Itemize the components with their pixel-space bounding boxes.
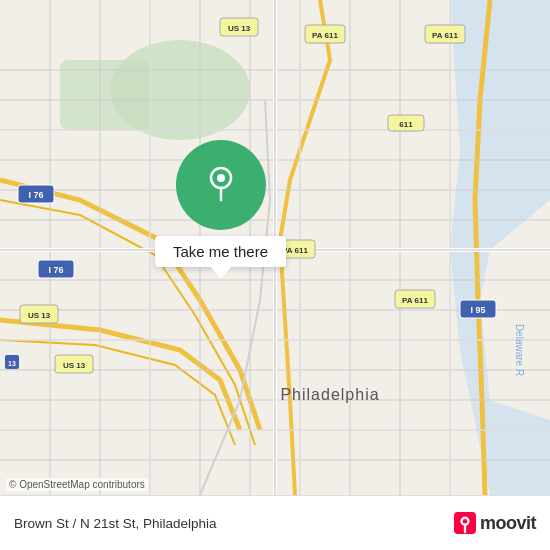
svg-text:PA 611: PA 611 bbox=[312, 31, 338, 40]
svg-text:I 95: I 95 bbox=[470, 305, 485, 315]
svg-text:Philadelphia: Philadelphia bbox=[280, 386, 379, 403]
map-container: I 76 I 76 US 13 US 13 13 PA 611 PA 611 6… bbox=[0, 0, 550, 495]
svg-text:611: 611 bbox=[399, 120, 413, 129]
svg-text:PA 611: PA 611 bbox=[432, 31, 458, 40]
svg-point-56 bbox=[463, 519, 468, 524]
svg-point-53 bbox=[217, 174, 225, 182]
moovit-logo: moovit bbox=[454, 512, 536, 534]
popup-arrow bbox=[211, 267, 231, 279]
svg-text:13: 13 bbox=[8, 360, 16, 367]
svg-text:PA 611: PA 611 bbox=[402, 296, 428, 305]
popup-container[interactable]: Take me there bbox=[155, 140, 286, 279]
svg-text:US 13: US 13 bbox=[28, 311, 51, 320]
moovit-logo-icon bbox=[454, 512, 476, 534]
location-pin-icon bbox=[201, 162, 241, 208]
svg-text:I 76: I 76 bbox=[28, 190, 43, 200]
take-me-there-button[interactable]: Take me there bbox=[155, 236, 286, 267]
svg-text:US 13: US 13 bbox=[228, 24, 251, 33]
popup-bubble[interactable] bbox=[176, 140, 266, 230]
svg-text:PA 611: PA 611 bbox=[282, 246, 308, 255]
svg-text:US 13: US 13 bbox=[63, 361, 86, 370]
moovit-logo-text: moovit bbox=[480, 513, 536, 534]
map-attribution: © OpenStreetMap contributors bbox=[6, 478, 148, 491]
address-label: Brown St / N 21st St, Philadelphia bbox=[14, 516, 217, 531]
svg-text:I 76: I 76 bbox=[48, 265, 63, 275]
svg-text:Delaware R: Delaware R bbox=[514, 324, 525, 376]
bottom-bar: Brown St / N 21st St, Philadelphia moovi… bbox=[0, 495, 550, 550]
